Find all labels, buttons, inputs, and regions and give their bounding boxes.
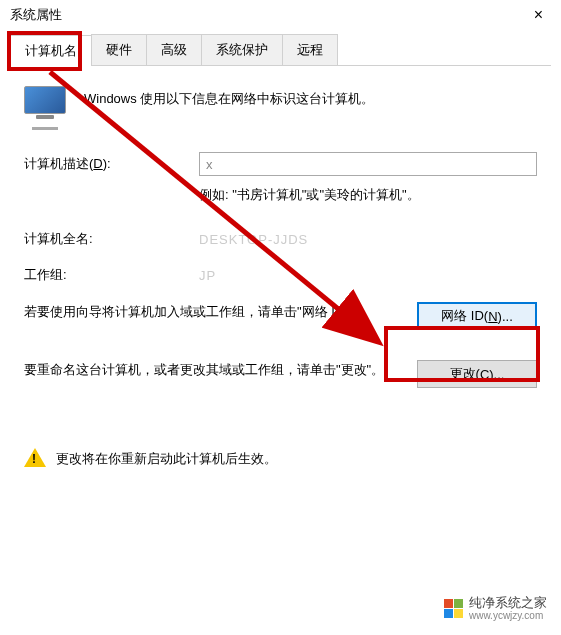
tab-strip: 计算机名 硬件 高级 系统保护 远程 xyxy=(10,34,551,66)
tab-remote[interactable]: 远程 xyxy=(282,34,338,65)
tab-computer-name[interactable]: 计算机名 xyxy=(10,35,92,66)
watermark-logo-icon xyxy=(443,598,463,618)
description-label: 计算机描述(D): xyxy=(24,155,199,173)
description-input[interactable] xyxy=(199,152,537,176)
tab-label: 高级 xyxy=(161,42,187,57)
fullname-value: DESKTOP-JJDS xyxy=(199,232,308,247)
description-hint: 例如: "书房计算机"或"美玲的计算机"。 xyxy=(24,186,537,204)
tab-system-protection[interactable]: 系统保护 xyxy=(201,34,283,65)
intro-row: Windows 使用以下信息在网络中标识这台计算机。 xyxy=(24,86,537,122)
network-id-row: 若要使用向导将计算机加入域或工作组，请单击"网络 ID"。 网络 ID(N)..… xyxy=(24,302,537,330)
tab-hardware[interactable]: 硬件 xyxy=(91,34,147,65)
window-title: 系统属性 xyxy=(10,6,62,24)
network-id-text: 若要使用向导将计算机加入域或工作组，请单击"网络 ID"。 xyxy=(24,302,417,323)
description-field-row: 计算机描述(D): xyxy=(24,152,537,176)
tab-label: 硬件 xyxy=(106,42,132,57)
close-button[interactable]: × xyxy=(516,0,561,30)
title-bar: 系统属性 × xyxy=(0,0,561,30)
workgroup-row: 工作组: JP xyxy=(24,266,537,284)
watermark-text: 纯净系统之家 www.ycwjzy.com xyxy=(469,596,547,621)
tab-label: 远程 xyxy=(297,42,323,57)
fullname-label: 计算机全名: xyxy=(24,230,199,248)
change-button[interactable]: 更改(C)... xyxy=(417,360,537,388)
workgroup-value: JP xyxy=(199,268,216,283)
warning-text: 更改将在你重新启动此计算机后生效。 xyxy=(56,450,277,468)
network-id-button[interactable]: 网络 ID(N)... xyxy=(417,302,537,330)
watermark: 纯净系统之家 www.ycwjzy.com xyxy=(443,596,547,621)
warning-icon xyxy=(24,448,46,470)
change-row: 要重命名这台计算机，或者更改其域或工作组，请单击"更改"。 更改(C)... xyxy=(24,360,537,388)
computer-icon xyxy=(24,86,66,122)
change-text: 要重命名这台计算机，或者更改其域或工作组，请单击"更改"。 xyxy=(24,360,417,381)
watermark-name: 纯净系统之家 xyxy=(469,596,547,610)
restart-warning: 更改将在你重新启动此计算机后生效。 xyxy=(0,448,561,470)
workgroup-label: 工作组: xyxy=(24,266,199,284)
watermark-url: www.ycwjzy.com xyxy=(469,610,547,621)
intro-text: Windows 使用以下信息在网络中标识这台计算机。 xyxy=(84,90,374,108)
tab-content: Windows 使用以下信息在网络中标识这台计算机。 计算机描述(D): 例如:… xyxy=(0,66,561,388)
tab-advanced[interactable]: 高级 xyxy=(146,34,202,65)
close-icon: × xyxy=(534,6,543,24)
tab-label: 系统保护 xyxy=(216,42,268,57)
fullname-row: 计算机全名: DESKTOP-JJDS xyxy=(24,230,537,248)
tab-label: 计算机名 xyxy=(25,43,77,58)
